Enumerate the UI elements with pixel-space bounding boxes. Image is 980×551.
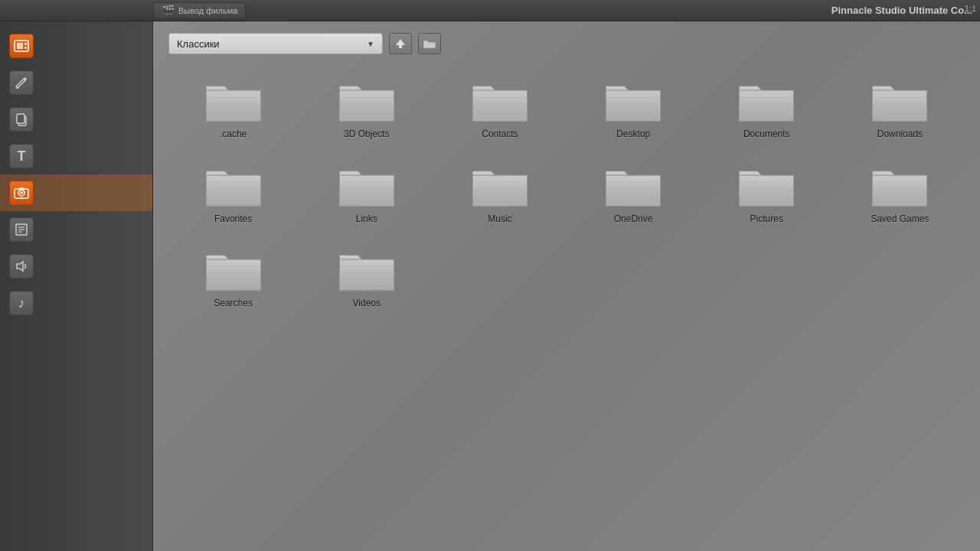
sidebar-item-notes[interactable] <box>0 211 152 248</box>
svg-rect-10 <box>19 187 24 190</box>
audio-icon <box>9 254 34 279</box>
sidebar: T ♪ <box>0 21 153 551</box>
folder-icon-searches <box>203 245 264 295</box>
folder-name-videos: Videos <box>353 298 381 310</box>
folder-name-contacts: Contacts <box>482 129 518 141</box>
folder-name-saved-games: Saved Games <box>871 214 929 226</box>
new-folder-button[interactable] <box>418 33 441 54</box>
folder-searches[interactable]: Searches <box>168 239 298 316</box>
film-output-button[interactable]: 🎬 Вывод фильма <box>153 2 246 19</box>
folder-icon-contacts <box>469 76 531 126</box>
folder-icon-favorites <box>203 161 264 210</box>
dropdown-arrow-icon: ▼ <box>367 40 374 48</box>
sidebar-item-text[interactable]: T <box>0 138 152 174</box>
main-container: T ♪ Классики ▼ <box>0 21 980 551</box>
folder-contacts[interactable]: Contacts <box>435 70 564 147</box>
folder-icon-cache <box>203 76 264 126</box>
folder-name-3d-objects: 3D Objects <box>344 129 389 141</box>
folder-3d-objects[interactable]: 3D Objects <box>302 70 431 147</box>
folder-music[interactable]: Music <box>435 155 564 232</box>
folder-name-pictures: Pictures <box>750 214 783 226</box>
sidebar-item-audio[interactable] <box>0 248 152 285</box>
folder-favorites[interactable]: Favorites <box>168 155 298 232</box>
folder-icon-downloads <box>869 76 930 126</box>
photo-icon <box>9 181 34 205</box>
notes-icon <box>9 217 34 242</box>
music-icon: ♪ <box>9 291 34 315</box>
folder-cache[interactable]: .cache <box>168 70 298 147</box>
folder-icon-onedrive <box>603 161 664 210</box>
sidebar-item-copy[interactable] <box>0 101 152 138</box>
svg-rect-6 <box>17 114 24 123</box>
folder-name-searches: Searches <box>214 298 253 310</box>
film-output-area: 🎬 Вывод фильма <box>153 0 246 21</box>
folder-icon-videos <box>336 245 397 295</box>
svg-rect-2 <box>24 43 27 45</box>
svg-marker-16 <box>396 39 405 45</box>
content-area: Классики ▼ <box>153 21 980 551</box>
folder-name-cache: .cache <box>220 129 247 141</box>
edit-icon <box>9 70 34 95</box>
counter: 1:1 <box>965 4 976 13</box>
folder-icon-desktop <box>603 76 664 126</box>
svg-rect-17 <box>399 45 402 48</box>
top-bar: 🎬 Вывод фильма Pinnacle Studio Ultimate … <box>0 0 980 21</box>
folder-onedrive[interactable]: OneDrive <box>569 155 698 232</box>
sidebar-item-photo[interactable] <box>0 174 152 211</box>
sidebar-item-music[interactable]: ♪ <box>0 285 152 321</box>
folder-name-onedrive: OneDrive <box>614 214 653 226</box>
folder-name-downloads: Downloads <box>877 129 923 141</box>
svg-point-8 <box>20 191 23 194</box>
film-output-label: Вывод фильма <box>178 6 237 15</box>
toolbar: Классики ▼ <box>168 33 965 54</box>
folder-saved-games[interactable]: Saved Games <box>835 155 965 232</box>
folder-downloads[interactable]: Downloads <box>835 70 965 147</box>
folder-links[interactable]: Links <box>302 155 431 232</box>
folder-videos[interactable]: Videos <box>302 239 431 316</box>
folder-icon-saved-games <box>869 161 930 210</box>
svg-rect-3 <box>24 47 27 49</box>
file-grid: .cache <box>168 70 965 316</box>
sidebar-item-media[interactable] <box>0 28 152 64</box>
folder-icon-documents <box>736 76 797 126</box>
copy-icon <box>9 107 34 132</box>
svg-rect-1 <box>17 43 23 49</box>
path-dropdown[interactable]: Классики ▼ <box>168 33 383 54</box>
folder-icon-links <box>336 161 397 210</box>
folder-name-documents: Documents <box>743 129 790 141</box>
text-icon: T <box>9 144 34 168</box>
folder-desktop[interactable]: Desktop <box>569 70 698 147</box>
folder-icon-music <box>469 161 531 210</box>
up-button[interactable] <box>389 33 412 54</box>
folder-icon-pictures <box>736 161 797 210</box>
path-label: Классики <box>177 38 220 50</box>
folder-name-music: Music <box>488 214 511 226</box>
folder-name-favorites: Favorites <box>214 214 252 226</box>
folder-name-desktop: Desktop <box>616 129 650 141</box>
folder-icon-3d-objects <box>336 76 397 126</box>
folder-pictures[interactable]: Pictures <box>702 155 831 232</box>
app-title: Pinnacle Studio Ultimate Co... <box>831 5 972 16</box>
media-icon <box>9 34 34 58</box>
folder-name-links: Links <box>356 214 377 226</box>
folder-documents[interactable]: Documents <box>702 70 831 147</box>
svg-marker-15 <box>17 262 23 271</box>
sidebar-item-edit[interactable] <box>0 64 152 101</box>
